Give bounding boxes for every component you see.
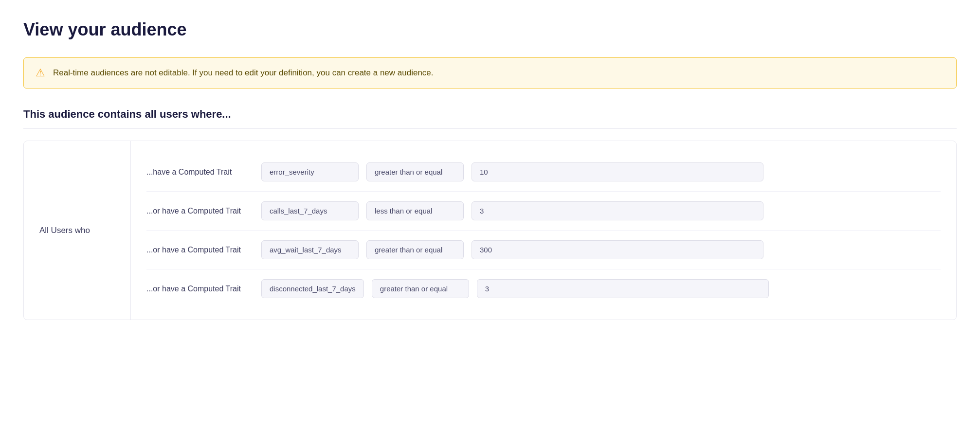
condition-label: ...or have a Computed Trait xyxy=(146,285,254,293)
condition-row: ...or have a Computed Traitdisconnected_… xyxy=(146,269,941,308)
condition-trait: avg_wait_last_7_days xyxy=(261,240,359,259)
condition-row: ...have a Computed Traiterror_severitygr… xyxy=(146,153,941,192)
audience-left-label: All Users who xyxy=(24,141,131,320)
conditions-panel: ...have a Computed Traiterror_severitygr… xyxy=(131,141,956,320)
condition-row: ...or have a Computed Traitcalls_last_7_… xyxy=(146,192,941,231)
condition-trait: disconnected_last_7_days xyxy=(261,279,364,298)
section-heading: This audience contains all users where..… xyxy=(23,108,957,129)
page-title: View your audience xyxy=(23,19,957,40)
condition-label: ...have a Computed Trait xyxy=(146,168,254,177)
condition-trait: error_severity xyxy=(261,162,359,181)
warning-banner: ⚠ Real-time audiences are not editable. … xyxy=(23,57,957,89)
condition-label: ...or have a Computed Trait xyxy=(146,207,254,215)
condition-operator: greater than or equal xyxy=(366,162,464,181)
condition-value: 3 xyxy=(472,201,763,220)
condition-value: 3 xyxy=(477,279,769,298)
warning-icon: ⚠ xyxy=(36,67,45,79)
condition-operator: less than or equal xyxy=(366,201,464,220)
condition-row: ...or have a Computed Traitavg_wait_last… xyxy=(146,231,941,269)
condition-operator: greater than or equal xyxy=(372,279,469,298)
warning-text: Real-time audiences are not editable. If… xyxy=(53,68,434,78)
condition-label: ...or have a Computed Trait xyxy=(146,246,254,254)
condition-trait: calls_last_7_days xyxy=(261,201,359,220)
condition-operator: greater than or equal xyxy=(366,240,464,259)
audience-container: All Users who ...have a Computed Traiter… xyxy=(23,141,957,320)
condition-value: 10 xyxy=(472,162,763,181)
condition-value: 300 xyxy=(472,240,763,259)
